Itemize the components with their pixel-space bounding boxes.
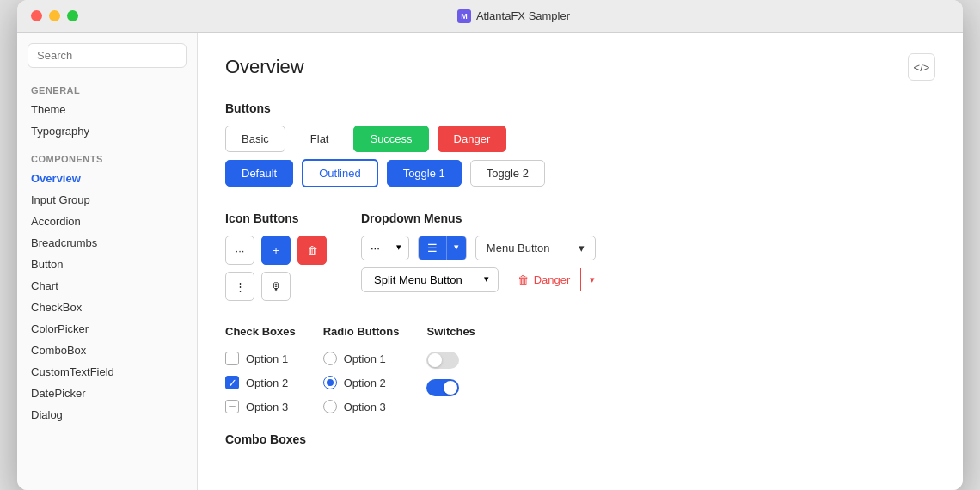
dots-dropdown-main[interactable]: ··· — [362, 236, 389, 260]
switch-2[interactable] — [426, 379, 459, 396]
checkbox-3[interactable] — [225, 400, 239, 413]
outlined-button[interactable]: Outlined — [302, 159, 377, 187]
radio-item-1: Option 1 — [323, 348, 400, 369]
checkbox-1[interactable] — [225, 352, 239, 365]
sidebar-item-chart[interactable]: Chart — [17, 275, 197, 297]
dots-icon-button[interactable]: ··· — [225, 236, 254, 265]
radio-3-label: Option 3 — [344, 401, 386, 413]
vertical-dots-icon-button[interactable]: ⋮ — [225, 272, 254, 301]
icon-buttons-title: Icon Buttons — [225, 211, 327, 225]
window-title-text: AtlantaFX Sampler — [476, 9, 570, 22]
main-header: Overview </> — [225, 53, 935, 81]
icon-buttons-section: Icon Buttons ··· + 🗑 ⋮ 🎙 — [225, 211, 327, 308]
sidebar-item-input-group[interactable]: Input Group — [17, 189, 197, 211]
app-window: M AtlantaFX Sampler GENERAL Theme Typogr… — [17, 0, 963, 490]
danger-dropdown-label: Danger — [534, 273, 571, 286]
plus-icon-button[interactable]: + — [261, 236, 291, 265]
checkbox-item-2: ✓ Option 2 — [225, 372, 296, 393]
close-button[interactable] — [31, 10, 42, 21]
icon-btn-row-2: ⋮ 🎙 — [225, 272, 327, 301]
switches-section: Switches — [426, 325, 475, 417]
flat-button[interactable]: Flat — [294, 126, 346, 152]
checkbox-2[interactable]: ✓ — [225, 376, 239, 389]
buttons-row-1: Basic Flat Success Danger — [225, 126, 935, 152]
traffic-lights — [31, 10, 78, 21]
radio-1-label: Option 1 — [344, 352, 386, 365]
checkboxes-radios-switches-row: Check Boxes Option 1 ✓ Option 2 Option 3 — [225, 325, 935, 417]
switch-1[interactable] — [426, 352, 459, 369]
page-title: Overview — [225, 56, 304, 78]
window-title: M AtlantaFX Sampler — [78, 9, 949, 23]
checkboxes-section: Check Boxes Option 1 ✓ Option 2 Option 3 — [225, 325, 296, 417]
mic-icon-button[interactable]: 🎙 — [261, 272, 291, 301]
sidebar-item-overview[interactable]: Overview — [17, 168, 197, 189]
dropdown-menus-section: Dropdown Menus ··· ▾ ☰ ▾ Menu Button ▾ — [361, 211, 603, 308]
switch-1-thumb — [428, 353, 442, 367]
radio-1[interactable] — [323, 352, 337, 365]
switches-title: Switches — [426, 325, 475, 338]
buttons-section-title: Buttons — [225, 101, 935, 115]
radio-buttons-title: Radio Buttons — [323, 325, 400, 338]
maximize-button[interactable] — [67, 10, 78, 21]
code-view-button[interactable]: </> — [908, 53, 935, 81]
radio-3[interactable] — [323, 400, 337, 413]
sidebar-item-dialog[interactable]: Dialog — [17, 404, 197, 426]
radio-2[interactable] — [323, 376, 337, 389]
checkbox-item-1: Option 1 — [225, 348, 296, 369]
split-menu-arrow[interactable]: ▾ — [475, 268, 498, 291]
trash-icon-button[interactable]: 🗑 — [297, 236, 327, 265]
dropdown-row-2: Split Menu Button ▾ 🗑 Danger ▾ — [361, 267, 603, 292]
list-dropdown-button[interactable]: ☰ ▾ — [418, 236, 467, 260]
danger-button[interactable]: Danger — [438, 126, 507, 152]
icon-dropdown-row: Icon Buttons ··· + 🗑 ⋮ 🎙 Dropdown Menus — [225, 211, 935, 308]
checkbox-3-label: Option 3 — [246, 401, 288, 413]
checkbox-1-label: Option 1 — [246, 352, 288, 365]
dots-dropdown-arrow[interactable]: ▾ — [389, 236, 408, 260]
sidebar-item-datepicker[interactable]: DatePicker — [17, 383, 197, 404]
toggle1-button[interactable]: Toggle 1 — [387, 160, 462, 187]
list-dropdown-main[interactable]: ☰ — [419, 236, 447, 260]
icon-btn-row-1: ··· + 🗑 — [225, 236, 327, 265]
main-content: Overview </> Buttons Basic Flat Success … — [198, 33, 963, 490]
sidebar-item-button[interactable]: Button — [17, 254, 197, 275]
toggle2-button[interactable]: Toggle 2 — [470, 160, 545, 187]
sidebar-item-checkbox[interactable]: CheckBox — [17, 297, 197, 318]
sidebar-item-accordion[interactable]: Accordion — [17, 211, 197, 232]
checkboxes-title: Check Boxes — [225, 325, 296, 338]
menu-button-arrow-icon: ▾ — [579, 242, 585, 254]
split-menu-button[interactable]: Split Menu Button ▾ — [361, 267, 499, 292]
title-bar: M AtlantaFX Sampler — [17, 0, 963, 33]
trash-danger-icon: 🗑 — [518, 273, 529, 286]
radio-item-2: Option 2 — [323, 372, 400, 393]
combo-boxes-title: Combo Boxes — [225, 432, 935, 446]
list-dropdown-arrow[interactable]: ▾ — [447, 236, 466, 260]
sidebar-item-customtextfield[interactable]: CustomTextField — [17, 361, 197, 383]
buttons-row-2: Default Outlined Toggle 1 Toggle 2 — [225, 159, 935, 187]
sidebar-item-breadcrumbs[interactable]: Breadcrumbs — [17, 232, 197, 254]
menu-button-label: Menu Button — [487, 242, 550, 254]
combo-boxes-section: Combo Boxes — [225, 432, 935, 446]
app-icon: M — [457, 9, 471, 23]
menu-button-dropdown[interactable]: Menu Button ▾ — [475, 236, 596, 260]
minimize-button[interactable] — [49, 10, 60, 21]
success-button[interactable]: Success — [353, 126, 428, 152]
sidebar-item-colorpicker[interactable]: ColorPicker — [17, 318, 197, 340]
split-menu-text[interactable]: Split Menu Button — [362, 268, 475, 291]
sidebar-item-combobox[interactable]: ComboBox — [17, 340, 197, 361]
content-area: GENERAL Theme Typography COMPONENTS Over… — [17, 33, 963, 490]
indeterminate-icon — [229, 406, 236, 407]
dots-dropdown-button[interactable]: ··· ▾ — [361, 236, 409, 260]
default-button[interactable]: Default — [225, 160, 293, 187]
danger-dropdown-arrow[interactable]: ▾ — [581, 268, 603, 291]
general-section-label: GENERAL — [17, 80, 197, 99]
sidebar-item-typography[interactable]: Typography — [17, 120, 197, 142]
search-input[interactable] — [28, 43, 187, 68]
dropdown-row-1: ··· ▾ ☰ ▾ Menu Button ▾ — [361, 236, 603, 260]
danger-dropdown-main[interactable]: 🗑 Danger — [507, 268, 582, 291]
checkbox-item-3: Option 3 — [225, 396, 296, 417]
switch-2-thumb — [444, 381, 457, 395]
switch-item-1 — [426, 348, 475, 372]
sidebar-item-theme[interactable]: Theme — [17, 99, 197, 120]
basic-button[interactable]: Basic — [225, 126, 285, 152]
danger-dropdown[interactable]: 🗑 Danger ▾ — [507, 268, 604, 291]
